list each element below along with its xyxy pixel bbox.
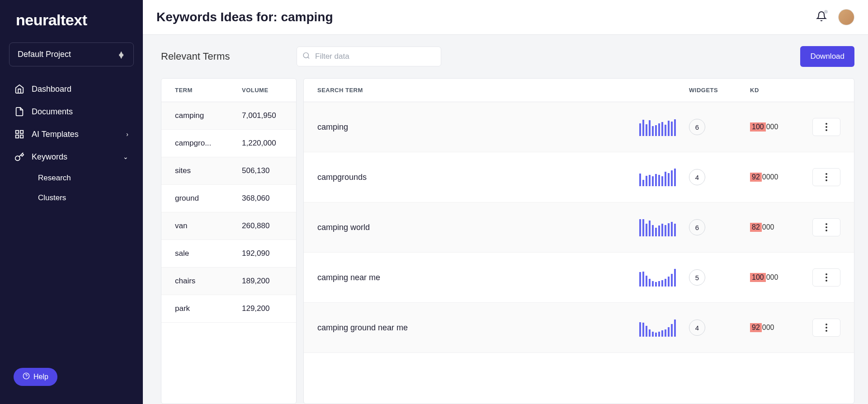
- table-row[interactable]: chairs189,200: [161, 268, 296, 295]
- main-content: Keywords Ideas for: camping Relevant Ter…: [143, 0, 868, 404]
- nav-label: Dashboard: [32, 85, 71, 94]
- widgets-cell: 5: [689, 269, 750, 286]
- notifications-button[interactable]: [816, 11, 827, 23]
- col-search-term[interactable]: SEARCH TERM: [317, 87, 689, 94]
- sidebar: neuraltext Default Project ▲▼ Dashboard …: [0, 0, 143, 404]
- table-row[interactable]: camping ground near me492000: [304, 303, 854, 353]
- kd-suffix: 000: [762, 324, 774, 332]
- term-cell: van: [175, 221, 242, 230]
- project-selector[interactable]: Default Project ▲▼: [9, 42, 134, 66]
- kd-suffix: 0000: [762, 173, 778, 181]
- table-row[interactable]: ground368,060: [161, 185, 296, 212]
- col-actions: [809, 87, 840, 94]
- keywords-submenu: Research Clusters: [5, 168, 138, 208]
- col-term: TERM: [175, 87, 242, 94]
- col-volume: VOLUME: [242, 87, 283, 94]
- key-icon: [14, 152, 24, 162]
- sparkline-icon: [639, 319, 689, 337]
- table-row[interactable]: camping world682000: [304, 202, 854, 253]
- table-row[interactable]: park129,200: [161, 295, 296, 323]
- kd-cell: 100000: [750, 122, 809, 132]
- kd-badge: 92: [750, 173, 762, 182]
- table-header: TERM VOLUME: [161, 79, 296, 102]
- table-body: camping7,001,950campgro...1,220,000sites…: [161, 102, 296, 404]
- table-header: SEARCH TERM WIDGETS KD: [304, 79, 854, 102]
- filter-input[interactable]: [297, 47, 441, 66]
- kd-badge: 92: [750, 323, 762, 332]
- chevron-right-icon: ›: [126, 131, 128, 138]
- row-menu-button[interactable]: [812, 168, 840, 186]
- table-row[interactable]: sale192,090: [161, 240, 296, 268]
- page-header: Keywords Ideas for: camping: [143, 0, 868, 35]
- document-icon: [14, 107, 24, 117]
- toolbar: Relevant Terms Download: [143, 46, 868, 67]
- col-kd[interactable]: KD: [750, 87, 809, 94]
- sidebar-item-keywords[interactable]: Keywords ⌄: [5, 146, 138, 168]
- term-cell: campgro...: [175, 139, 242, 148]
- avatar[interactable]: [838, 9, 854, 25]
- kd-suffix: 000: [766, 273, 778, 282]
- sparkline-icon: [639, 118, 689, 136]
- volume-cell: 368,060: [242, 194, 283, 203]
- row-menu-button[interactable]: [812, 268, 840, 287]
- help-button[interactable]: Help: [14, 368, 57, 386]
- sidebar-item-documents[interactable]: Documents: [5, 100, 138, 123]
- sidebar-item-dashboard[interactable]: Dashboard: [5, 78, 138, 100]
- main-nav: Dashboard Documents AI Templates › Keyw: [0, 78, 143, 208]
- relevant-terms-table: TERM VOLUME camping7,001,950campgro...1,…: [161, 78, 297, 404]
- svg-rect-0: [16, 131, 19, 133]
- notification-dot-icon: [824, 10, 828, 14]
- search-term-cell: camping: [317, 122, 639, 132]
- grid-icon: [14, 129, 24, 139]
- table-row[interactable]: campgrounds4920000: [304, 152, 854, 202]
- search-term-cell: camping world: [317, 223, 639, 232]
- page-title: Keywords Ideas for: camping: [156, 10, 333, 24]
- table-row[interactable]: van260,880: [161, 212, 296, 240]
- kd-cell: 82000: [750, 223, 809, 232]
- sidebar-item-ai-templates[interactable]: AI Templates ›: [5, 123, 138, 146]
- svg-rect-1: [20, 131, 23, 133]
- table-row[interactable]: camping7,001,950: [161, 102, 296, 130]
- table-row[interactable]: campgro...1,220,000: [161, 130, 296, 157]
- sidebar-item-clusters[interactable]: Clusters: [32, 188, 138, 208]
- help-label: Help: [33, 373, 48, 381]
- download-button[interactable]: Download: [800, 46, 854, 67]
- help-icon: [23, 372, 30, 381]
- trend-cell: [639, 268, 689, 287]
- row-menu-button[interactable]: [812, 118, 840, 136]
- content-area: Relevant Terms Download TERM VOLUME cam: [143, 35, 868, 404]
- svg-point-6: [303, 53, 308, 58]
- sidebar-item-research[interactable]: Research: [32, 168, 138, 188]
- kd-cell: 920000: [750, 173, 809, 182]
- table-row[interactable]: camping6100000: [304, 102, 854, 152]
- widget-count: 5: [689, 269, 705, 286]
- sparkline-icon: [639, 168, 689, 186]
- trend-cell: [639, 218, 689, 236]
- project-name: Default Project: [18, 50, 71, 59]
- row-menu-button[interactable]: [812, 218, 840, 236]
- volume-cell: 189,200: [242, 277, 283, 286]
- kd-badge: 100: [750, 122, 766, 132]
- search-terms-table: SEARCH TERM WIDGETS KD camping6100000cam…: [303, 78, 854, 404]
- trend-cell: [639, 319, 689, 337]
- widgets-cell: 6: [689, 119, 750, 135]
- home-icon: [14, 84, 24, 94]
- widgets-cell: 4: [689, 169, 750, 185]
- table-row[interactable]: camping near me5100000: [304, 253, 854, 303]
- widget-count: 4: [689, 319, 705, 336]
- nav-label: Documents: [32, 107, 73, 117]
- kd-suffix: 000: [762, 223, 774, 231]
- filter-wrap: [297, 47, 441, 66]
- svg-rect-2: [20, 135, 23, 138]
- kd-suffix: 000: [766, 123, 778, 131]
- table-row[interactable]: sites506,130: [161, 157, 296, 185]
- row-menu-button[interactable]: [812, 319, 840, 337]
- sparkline-icon: [639, 218, 689, 236]
- col-widgets[interactable]: WIDGETS: [689, 87, 750, 94]
- kd-badge: 82: [750, 223, 762, 232]
- term-cell: ground: [175, 194, 242, 203]
- widget-count: 6: [689, 219, 705, 235]
- trend-cell: [639, 118, 689, 136]
- volume-cell: 506,130: [242, 166, 283, 175]
- search-term-cell: camping ground near me: [317, 323, 639, 333]
